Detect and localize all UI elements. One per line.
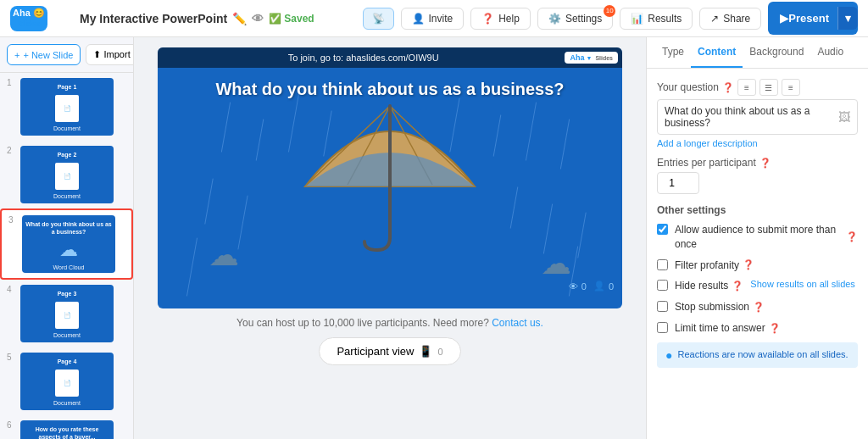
slide-item-2[interactable]: 2 Page 2 📄 Document	[0, 141, 133, 208]
share-button[interactable]: ↗ Share	[699, 8, 761, 30]
document-title: My Interactive PowerPoint ✏️ 👁 ✅ Saved	[80, 12, 354, 25]
filter-profanity-checkbox[interactable]	[657, 259, 668, 270]
add-description-link[interactable]: Add a longer description	[657, 138, 858, 148]
hide-results-checkbox[interactable]	[657, 280, 668, 291]
stop-submission-label: Stop submission ❓	[675, 300, 765, 314]
tab-content[interactable]: Content	[691, 37, 743, 68]
checkbox-allow-multiple: Allow audience to submit more than once …	[657, 223, 858, 252]
edit-icon[interactable]: ✏️	[232, 12, 247, 25]
image-icon[interactable]: 🖼	[838, 110, 850, 124]
slide-preview: To join, go to: ahaslides.com/OIW9U Aha …	[158, 47, 622, 308]
checkbox-hide-results: Hide results ❓ Show results on all slide…	[657, 279, 858, 293]
limit-time-help[interactable]: ❓	[769, 322, 781, 335]
question-input-wrapper: What do you think about us as a business…	[657, 99, 858, 135]
entries-label: Entries per participant ❓	[657, 157, 858, 169]
canvas-area: To join, go to: ahaslides.com/OIW9U Aha …	[134, 37, 646, 439]
profanity-help[interactable]: ❓	[743, 258, 754, 271]
import-button[interactable]: ⬆ Import	[86, 44, 134, 65]
allow-multiple-label: Allow audience to submit more than once …	[675, 223, 858, 252]
slide-item-3[interactable]: 3 What do you think about us as a busine…	[0, 208, 133, 280]
participants-count: 👤 0	[593, 281, 614, 292]
plus-icon: +	[14, 50, 19, 60]
filter-profanity-label: Filter profanity ❓	[675, 258, 754, 273]
align-icons: ≡ ☰ ≡	[737, 79, 800, 96]
present-button[interactable]: ▶ Present ▾	[768, 2, 858, 35]
participant-view-label: Participant view	[337, 345, 414, 358]
title-text: My Interactive PowerPoint	[80, 12, 227, 25]
align-center-icon[interactable]: ☰	[760, 79, 778, 96]
slide-thumb-6: How do you rate these aspects of a buyer…	[20, 420, 114, 439]
align-right-icon[interactable]: ≡	[782, 79, 800, 96]
help-button[interactable]: ❓ Help	[470, 8, 531, 30]
cloud-right: ☁	[541, 246, 571, 281]
slide-thumb-5: Page 4 📄 Document	[20, 353, 114, 410]
broadcast-icon: 📡	[372, 13, 385, 25]
preview-bar: To join, go to: ahaslides.com/OIW9U Aha …	[158, 47, 622, 68]
saved-badge: ✅ Saved	[269, 13, 314, 25]
slide-sidebar: + + New Slide ⬆ Import 1 Page 1 📄 Docume…	[0, 37, 134, 439]
share-icon: ↗	[710, 13, 719, 25]
slide-item-5[interactable]: 5 Page 4 📄 Document	[0, 347, 133, 415]
question-help-icon[interactable]: ❓	[722, 82, 734, 93]
contact-link[interactable]: Contact us.	[492, 317, 543, 329]
tab-background[interactable]: Background	[743, 37, 810, 68]
slide-thumb-1: Page 1 📄 Document	[20, 78, 114, 136]
show-results-link[interactable]: Show results on all slides	[750, 279, 855, 289]
other-settings-title: Other settings	[657, 204, 858, 216]
slide-item-4[interactable]: 4 Page 3 📄 Document	[0, 280, 133, 347]
tab-type[interactable]: Type	[655, 37, 691, 68]
allow-multiple-checkbox[interactable]	[657, 224, 668, 235]
help-icon: ❓	[481, 13, 494, 25]
aha-badge: Aha ▼ Slides	[565, 52, 618, 64]
results-button[interactable]: 📊 Results	[620, 8, 693, 30]
invite-button[interactable]: 👤 Invite	[401, 8, 465, 30]
slide-item-1[interactable]: 1 Page 1 📄 Document	[0, 73, 133, 141]
reactions-info-banner: ● Reactions are now available on all sli…	[657, 342, 858, 368]
eye-count-icon: 👁	[569, 281, 578, 292]
header-actions: 📡 👤 Invite ❓ Help ⚙️ Settings 10 📊 Resul…	[363, 2, 858, 35]
title-icons: ✏️ 👁	[232, 12, 264, 25]
new-slide-button[interactable]: + + New Slide	[7, 44, 81, 65]
phone-icon: 📱	[419, 345, 432, 358]
views-count: 👁 0	[569, 281, 587, 292]
allow-multiple-help[interactable]: ❓	[846, 231, 858, 243]
broadcast-button[interactable]: 📡	[363, 8, 394, 30]
participant-view-button[interactable]: Participant view 📱 0	[319, 337, 460, 365]
doc-icon-4: 📄	[55, 302, 79, 329]
panel-body: Your question ❓ ≡ ☰ ≡ What do you think …	[647, 69, 868, 439]
umbrella-svg	[280, 93, 500, 263]
check-icon: ✅	[269, 13, 281, 25]
tab-audio[interactable]: Audio	[810, 37, 850, 68]
slide-thumb-3: What do you think about us as a business…	[22, 215, 115, 273]
hide-results-label: Hide results ❓	[675, 279, 743, 293]
checkbox-stop-submission: Stop submission ❓	[657, 300, 858, 314]
align-left-icon[interactable]: ≡	[737, 79, 756, 96]
limit-time-checkbox[interactable]	[657, 322, 668, 333]
preview-footer: 👁 0 👤 0	[569, 281, 614, 292]
stop-submission-checkbox[interactable]	[657, 301, 668, 312]
doc-icon-2: 📄	[55, 163, 79, 190]
hide-results-help[interactable]: ❓	[732, 280, 743, 292]
cloud-left: ☁	[209, 237, 239, 273]
reactions-text: Reactions are now available on all slide…	[677, 349, 848, 359]
right-panel: Type Content Background Audio Your quest…	[646, 37, 868, 439]
entries-input[interactable]	[657, 172, 699, 194]
canvas-info: You can host up to 10,000 live participa…	[236, 317, 543, 329]
slide-thumb-4: Page 3 📄 Document	[20, 285, 114, 342]
slide-thumb-2: Page 2 📄 Document	[20, 146, 114, 203]
stop-submission-help[interactable]: ❓	[753, 301, 765, 314]
settings-button[interactable]: ⚙️ Settings 10	[537, 8, 613, 30]
participant-view-count: 0	[437, 347, 442, 357]
main-layout: + + New Slide ⬆ Import 1 Page 1 📄 Docume…	[0, 37, 868, 439]
person-icon: 👤	[412, 13, 425, 25]
panel-tabs: Type Content Background Audio	[647, 37, 868, 69]
slide-item-6[interactable]: 6 How do you rate these aspects of a buy…	[0, 415, 133, 439]
present-caret[interactable]: ▾	[837, 7, 858, 30]
slide-question: What do you think about us as a business…	[158, 80, 622, 99]
person-count-icon: 👤	[593, 281, 605, 292]
join-url: To join, go to: ahaslides.com/OIW9U	[162, 53, 565, 63]
eye-icon[interactable]: 👁	[252, 12, 264, 25]
limit-time-label: Limit time to answer ❓	[675, 321, 781, 336]
entries-help-icon[interactable]: ❓	[760, 158, 771, 169]
checkbox-filter-profanity: Filter profanity ❓	[657, 258, 858, 273]
